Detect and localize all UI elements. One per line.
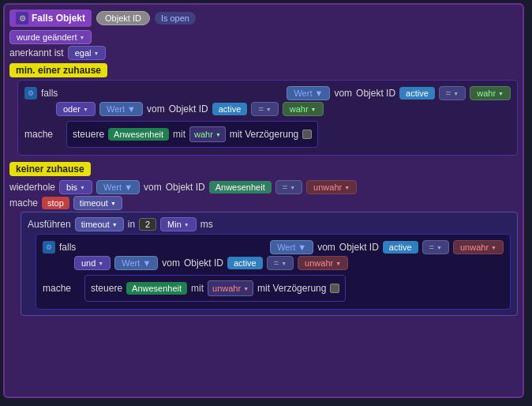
und-dropdown[interactable]: und [74,256,111,270]
mit-label-2: mit [191,283,204,294]
ausfuhren-block: Ausführen timeout in Min ms ⚙ falls [21,212,518,316]
main-container: ⚙ Falls Objekt Objekt ID Is open wurde g… [3,3,524,398]
anerkannt-label: anerkannt ist [9,47,64,58]
wahr-dropdown-1[interactable]: wahr [470,86,511,100]
ausfuhren-label: Ausführen [28,219,71,230]
gear-icon: ⚙ [16,12,28,24]
bis-dropdown[interactable]: bis [59,180,92,194]
equals-dropdown-5[interactable]: = [267,256,294,270]
keiner-label: keiner zuhause [9,162,91,176]
active-pill-4[interactable]: active [227,257,263,269]
wert-dropdown-3[interactable]: Wert ▼ [96,180,140,194]
block-title: ⚙ Falls Objekt [9,9,92,27]
keiner-section: keiner zuhause wiederhole bis Wert ▼ vom… [9,162,518,316]
objekt-id-button[interactable]: Objekt ID [96,11,150,25]
falls-row-1: ⚙ falls Wert ▼ vom Objekt ID active = wa… [24,86,511,100]
mache-label-1: mache [24,129,53,140]
mit-label-1: mit [173,129,185,140]
wurde-geandert-row: wurde geändert [9,30,518,44]
anwesenheit-pill-1[interactable]: Anwesenheit [108,128,169,141]
mache-row-2: mache steuere Anwesenheit mit unwahr [43,273,504,303]
falls-row-2: ⚙ falls Wert ▼ vom Objekt ID active = [43,240,504,254]
equals-dropdown-1[interactable]: = [439,86,466,100]
header-row: ⚙ Falls Objekt Objekt ID Is open [9,9,518,27]
unwahr-dropdown-1[interactable]: unwahr [306,180,357,194]
unwahr-dropdown-4[interactable]: unwahr [212,284,249,293]
steuere-block-2: steuere Anwesenheit mit unwahr mit Verzö… [84,275,346,302]
is-open-pill: Is open [155,12,196,24]
gear-blue-icon-2: ⚙ [43,241,55,254]
steuere-block-1: steuere Anwesenheit mit wahr mit Verzöge… [66,121,318,148]
mache-row-1: mache steuere Anwesenheit mit wahr mit V… [24,119,511,149]
falls-section-2: ⚙ falls Wert ▼ vom Objekt ID active = [36,234,511,310]
falls-label-2: falls [59,242,76,253]
active-pill-2[interactable]: active [212,103,248,115]
mit-verzogerung-label-2: mit Verzögerung [257,283,326,294]
anerkannt-row: anerkannt ist egal [9,46,518,60]
timeout-dropdown[interactable]: timeout [73,196,122,210]
timeout-dropdown-2[interactable]: timeout [75,217,124,231]
wiederhole-row: wiederhole bis Wert ▼ vom Objekt ID Anwe… [9,180,518,194]
num-input[interactable] [139,218,156,231]
stop-button[interactable]: stop [42,197,69,209]
in-label: in [128,219,135,230]
equals-dropdown-4[interactable]: = [422,240,449,254]
mit-verzogerung-label-1: mit Verzögerung [230,129,298,140]
unwahr-dropdown-2[interactable]: unwahr [453,240,504,254]
wert-dropdown-1[interactable]: Wert ▼ [287,86,330,100]
verzogerung-checkbox-2[interactable] [330,284,339,293]
anwesenheit-pill-obj[interactable]: Anwesenheit [209,181,272,194]
wert-dropdown-2[interactable]: Wert ▼ [99,102,143,116]
ms-label: ms [200,219,213,230]
und-row: und Wert ▼ vom Objekt ID active = unwahr [74,256,504,270]
wurde-geandert-dropdown[interactable]: wurde geändert [9,30,92,44]
wahr-dropdown-3[interactable]: wahr [194,130,221,139]
verzogerung-checkbox-1[interactable] [302,130,312,139]
steuere-label-1: steuere [73,129,104,140]
wahr-dropdown-2[interactable]: wahr [283,102,324,116]
wiederhole-label: wiederhole [9,182,55,193]
min-einer-section: min. einer zuhause [9,63,518,77]
block-title-text: Falls Objekt [32,13,85,24]
unwahr-dropdown-3[interactable]: unwahr [298,256,348,270]
oder-dropdown[interactable]: oder [56,102,96,116]
objekt-id-label-1: Objekt ID [356,88,395,99]
wert-dropdown-4[interactable]: Wert ▼ [270,240,313,254]
egal-dropdown[interactable]: egal [68,46,107,60]
min-einer-label: min. einer zuhause [9,63,107,77]
steuere-label-2: steuere [91,283,122,294]
falls-section-1: ⚙ falls Wert ▼ vom Objekt ID active = wa… [17,80,518,156]
mache-label-3: mache [43,283,71,294]
active-pill-3[interactable]: active [383,241,418,254]
gear-blue-icon-1: ⚙ [24,87,37,100]
mache-label-2: mache [9,197,38,209]
active-pill-1[interactable]: active [399,87,435,100]
anwesenheit-pill-2[interactable]: Anwesenheit [126,282,187,295]
equals-dropdown-3[interactable]: = [275,180,302,194]
falls-label-1: falls [41,88,58,99]
mache-stop-row: mache stop timeout [9,196,518,210]
min-dropdown[interactable]: Min [160,217,197,231]
wert-dropdown-5[interactable]: Wert ▼ [114,256,158,270]
vom-label-1: vom [334,88,352,99]
oder-row: oder Wert ▼ vom Objekt ID active = wahr [56,102,511,116]
equals-dropdown-2[interactable]: = [251,102,278,116]
